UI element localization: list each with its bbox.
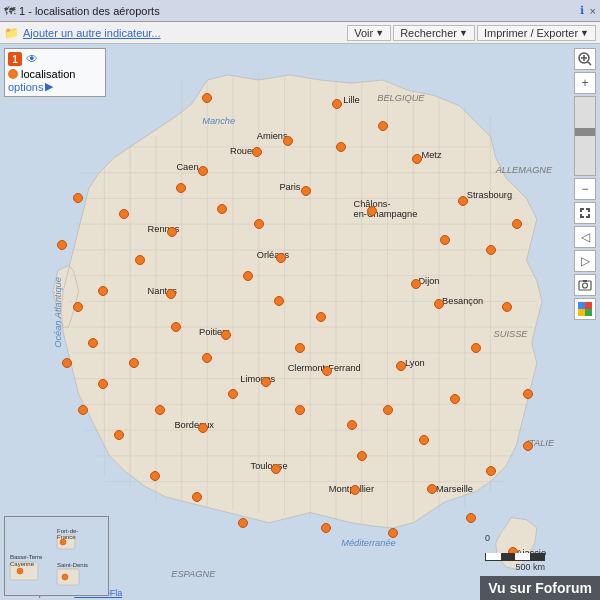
scale-line xyxy=(485,553,545,561)
svg-rect-76 xyxy=(583,280,587,282)
imprimer-arrow: ▼ xyxy=(580,28,589,38)
options-text: options xyxy=(8,81,43,93)
svg-text:Metz: Metz xyxy=(421,150,441,160)
scale-label: 500 km xyxy=(515,562,545,572)
svg-rect-79 xyxy=(578,309,585,316)
scale-seg-4 xyxy=(530,553,545,560)
voir-button[interactable]: Voir ▼ xyxy=(347,25,391,41)
svg-text:ALLEMAGNE: ALLEMAGNE xyxy=(495,165,553,175)
pan-left-button[interactable]: ◁ xyxy=(574,226,596,248)
svg-rect-74 xyxy=(579,281,591,290)
layer-visibility-icon[interactable]: 👁 xyxy=(26,52,38,66)
scale-seg-3 xyxy=(515,553,530,560)
svg-rect-77 xyxy=(578,302,585,309)
zoom-plus-button[interactable]: + xyxy=(574,72,596,94)
svg-text:Nantes: Nantes xyxy=(148,286,178,296)
main-area: Océan Atlantique Manche Méditerranée BEL… xyxy=(0,44,600,600)
scale-seg-2 xyxy=(501,553,516,560)
layer-name-text: localisation xyxy=(21,68,75,80)
zoom-thumb[interactable] xyxy=(575,128,595,136)
svg-text:Océan Atlantique: Océan Atlantique xyxy=(53,277,63,348)
full-extent-button[interactable] xyxy=(574,202,596,224)
voir-arrow: ▼ xyxy=(375,28,384,38)
title-bar: 🗺 1 - localisation des aéroports ℹ × xyxy=(0,0,600,22)
layer-control: 1 👁 localisation options ▶ xyxy=(4,48,106,97)
svg-point-90 xyxy=(17,568,23,574)
inset-map[interactable]: Basse-Terre Cayenne Fort-de- France Sain… xyxy=(4,516,109,596)
svg-rect-80 xyxy=(585,309,592,316)
svg-point-91 xyxy=(60,539,66,545)
zoom-slider[interactable] xyxy=(574,96,596,176)
info-icon[interactable]: ℹ xyxy=(580,4,584,17)
svg-text:Poitiers: Poitiers xyxy=(199,327,230,337)
scale-zero: 0 xyxy=(485,533,490,543)
svg-text:Châlons-: Châlons- xyxy=(354,199,391,209)
options-arrow: ▶ xyxy=(45,80,53,93)
svg-text:BELGIQUE: BELGIQUE xyxy=(377,93,425,103)
svg-text:Rouen: Rouen xyxy=(230,146,257,156)
layer-number: 1 xyxy=(8,52,22,66)
svg-text:Toulouse: Toulouse xyxy=(251,461,288,471)
svg-rect-73 xyxy=(588,214,590,218)
inset-svg: Basse-Terre Cayenne Fort-de- France Sain… xyxy=(5,517,109,596)
svg-rect-69 xyxy=(588,208,590,212)
svg-text:Amiens: Amiens xyxy=(257,131,288,141)
layer-name: localisation xyxy=(8,68,102,80)
svg-rect-71 xyxy=(580,214,582,218)
svg-text:Besançon: Besançon xyxy=(442,296,483,306)
google-maps-button[interactable] xyxy=(574,298,596,320)
svg-text:Orléans: Orléans xyxy=(257,250,290,260)
svg-text:Limoges: Limoges xyxy=(240,374,275,384)
svg-point-92 xyxy=(62,574,68,580)
svg-rect-78 xyxy=(585,302,592,309)
layer-dot xyxy=(8,69,18,79)
app: 🗺 1 - localisation des aéroports ℹ × 📁 A… xyxy=(0,0,600,600)
svg-text:Montpellier: Montpellier xyxy=(329,484,374,494)
rechercher-arrow: ▼ xyxy=(459,28,468,38)
svg-text:Lyon: Lyon xyxy=(405,358,425,368)
svg-rect-67 xyxy=(580,208,582,212)
svg-text:Lille: Lille xyxy=(343,95,359,105)
svg-text:Strasbourg: Strasbourg xyxy=(467,190,512,200)
svg-text:Caen: Caen xyxy=(176,162,198,172)
title-text: 1 - localisation des aéroports xyxy=(19,5,580,17)
options-link[interactable]: options ▶ xyxy=(8,80,102,93)
svg-text:ESPAGNE: ESPAGNE xyxy=(171,569,216,579)
svg-text:ITALIE: ITALIE xyxy=(527,438,555,448)
map-controls: + − ◁ xyxy=(574,48,596,320)
map-icon: 🗺 xyxy=(4,5,15,17)
svg-text:Rennes: Rennes xyxy=(148,224,180,234)
zoom-minus-button[interactable]: − xyxy=(574,178,596,200)
svg-text:Marseille: Marseille xyxy=(436,484,473,494)
layer-header: 1 👁 xyxy=(8,52,102,66)
svg-text:Basse-Terre: Basse-Terre xyxy=(10,554,43,560)
scale-seg-1 xyxy=(486,553,501,560)
add-indicator-link[interactable]: Ajouter un autre indicateur... xyxy=(23,27,347,39)
svg-line-63 xyxy=(588,62,591,65)
svg-text:Saint-Denis: Saint-Denis xyxy=(57,562,88,568)
pan-right-button[interactable]: ▷ xyxy=(574,250,596,272)
imprimer-button[interactable]: Imprimer / Exporter ▼ xyxy=(477,25,596,41)
watermark: Vu sur Foforum xyxy=(480,576,600,600)
zoom-in-button[interactable] xyxy=(574,48,596,70)
toolbar: 📁 Ajouter un autre indicateur... Voir ▼ … xyxy=(0,22,600,44)
folder-icon: 📁 xyxy=(4,26,19,40)
svg-text:Manche: Manche xyxy=(202,116,235,126)
close-button[interactable]: × xyxy=(590,5,596,17)
svg-text:Paris: Paris xyxy=(279,182,300,192)
svg-text:Clermont-Ferrand: Clermont-Ferrand xyxy=(288,363,361,373)
svg-point-75 xyxy=(583,283,588,288)
screenshot-button[interactable] xyxy=(574,274,596,296)
svg-text:Dijon: Dijon xyxy=(418,276,439,286)
svg-text:SUISSE: SUISSE xyxy=(494,329,529,339)
svg-text:France: France xyxy=(57,534,76,540)
svg-text:en-Champagne: en-Champagne xyxy=(354,209,418,219)
svg-text:Bordeaux: Bordeaux xyxy=(174,420,214,430)
svg-text:Cayenne: Cayenne xyxy=(10,561,35,567)
toolbar-right: Voir ▼ Rechercher ▼ Imprimer / Exporter … xyxy=(347,25,596,41)
scale-bar: 0 500 km xyxy=(485,553,545,572)
svg-text:Méditerranée: Méditerranée xyxy=(341,538,396,548)
rechercher-button[interactable]: Rechercher ▼ xyxy=(393,25,475,41)
